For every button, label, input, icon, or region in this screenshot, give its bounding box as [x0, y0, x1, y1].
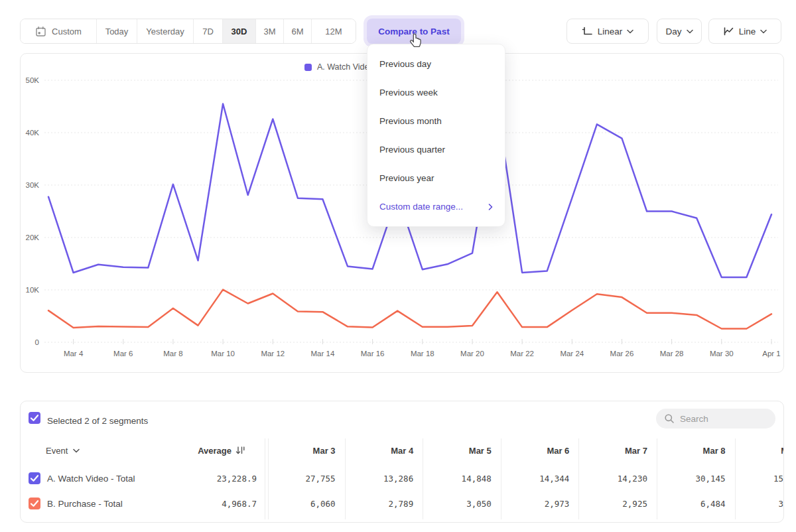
x-axis-label: Mar 26 [610, 350, 634, 358]
table-row: B. Purchase - Total4,968.76,0602,7893,05… [21, 491, 784, 516]
event-column-header[interactable]: Event [21, 446, 188, 456]
search-box [656, 409, 775, 429]
date-column-header: Mar 3 [267, 446, 345, 456]
compare-to-past-menu: Previous dayPrevious weekPrevious monthP… [367, 44, 505, 227]
average-header-label: Average [198, 446, 232, 456]
menu-item-label: Custom date range... [379, 202, 463, 212]
segment-checkbox[interactable] [29, 498, 40, 509]
date-value: 13,286 [345, 474, 423, 484]
date-value: 14,344 [501, 474, 579, 484]
chevron-down-icon [687, 29, 693, 34]
date-column-header: Mar 4 [345, 446, 423, 456]
sort-descending-icon [235, 446, 245, 455]
range-label: Yesterday [146, 27, 184, 36]
range-today-button[interactable]: Today [97, 19, 137, 43]
date-value: 14,230 [578, 474, 657, 484]
chevron-down-icon [627, 29, 633, 34]
menu-item-custom-date-range[interactable]: Custom date range... [367, 192, 505, 221]
range-6m-button[interactable]: 6M [284, 19, 312, 43]
x-axis-label: Mar 14 [311, 350, 335, 358]
y-axis-label: 40K [26, 129, 40, 137]
analytics-dashboard: CustomTodayYesterday7D30D3M6M12M Compare… [0, 0, 796, 532]
check-icon [29, 498, 40, 509]
column-separator [501, 438, 501, 519]
menu-item-previous-quarter[interactable]: Previous quarter [367, 135, 505, 164]
date-value: 27,755 [267, 474, 345, 484]
x-axis-label: Mar 16 [361, 350, 385, 358]
date-range-group: CustomTodayYesterday7D30D3M6M12M [20, 19, 356, 44]
range-7d-button[interactable]: 7D [194, 19, 223, 43]
date-value: 14,848 [423, 474, 501, 484]
linear-axis-icon [582, 26, 593, 36]
legend-swatch [304, 64, 312, 71]
view-label: Line [739, 27, 756, 36]
segment-checkbox[interactable] [29, 472, 40, 484]
x-axis-label: Mar 12 [261, 350, 285, 358]
column-separator [265, 438, 265, 519]
range-3m-button[interactable]: 3M [256, 19, 284, 43]
select-all-checkbox[interactable] [29, 412, 40, 424]
range-label: Today [105, 27, 129, 36]
chevron-down-icon [73, 448, 80, 453]
menu-item-label: Previous week [379, 88, 438, 98]
table-row: A. Watch Video - Total23,228.927,75513,2… [21, 466, 784, 491]
menu-item-previous-day[interactable]: Previous day [367, 50, 505, 78]
date-column-header: Mar 9 [735, 446, 784, 456]
column-separator [657, 438, 657, 519]
menu-item-previous-year[interactable]: Previous year [367, 164, 505, 192]
search-input[interactable] [680, 414, 760, 424]
table-header-row: EventAverageMar 3Mar 4Mar 5Mar 6Mar 7Mar… [21, 438, 784, 462]
column-separator [268, 438, 269, 519]
x-axis-label: Mar 4 [64, 350, 84, 358]
calendar-icon [35, 26, 46, 37]
range-yesterday-button[interactable]: Yesterday [137, 19, 194, 43]
series-line-1 [48, 290, 771, 329]
linear-dropdown-button[interactable]: Linear [566, 19, 649, 44]
date-value: 15,612 [735, 474, 784, 484]
date-column-header: Mar 8 [657, 446, 735, 456]
view-label: Linear [598, 27, 623, 36]
date-value: 2,789 [345, 499, 423, 509]
date-value: 6,060 [267, 499, 345, 509]
line-dropdown-button[interactable]: Line [708, 19, 781, 44]
range-30d-button[interactable]: 30D [223, 19, 256, 43]
x-axis-label: Mar 30 [710, 350, 734, 358]
menu-item-previous-week[interactable]: Previous week [367, 78, 505, 107]
range-label: 3M [263, 27, 275, 36]
range-label: 30D [232, 27, 247, 36]
x-axis-label: Apr 1 [762, 350, 781, 358]
line-chart-icon [723, 26, 734, 36]
y-axis-label: 10K [26, 286, 40, 294]
check-icon [29, 412, 40, 424]
column-separator [423, 438, 423, 519]
range-label: 6M [291, 27, 303, 36]
search-icon [664, 413, 675, 424]
chevron-right-icon [488, 204, 493, 210]
x-axis-label: Mar 28 [660, 350, 684, 358]
menu-item-previous-month[interactable]: Previous month [367, 107, 505, 135]
x-axis-label: Mar 22 [510, 350, 534, 358]
range-12m-button[interactable]: 12M [312, 19, 356, 43]
date-value: 30,145 [657, 474, 735, 484]
y-axis-label: 50K [26, 76, 40, 84]
y-axis-label: 30K [26, 181, 40, 189]
average-value: 4,968.7 [188, 499, 267, 509]
chevron-down-icon [760, 29, 767, 34]
segments-table-card: Selected 2 of 2 segments EventAverageMar… [20, 401, 784, 523]
column-separator [345, 438, 346, 519]
x-axis-label: Mar 10 [211, 350, 235, 358]
average-column-header[interactable]: Average [188, 446, 267, 456]
menu-item-label: Previous day [379, 59, 431, 69]
average-value: 23,228.9 [188, 474, 267, 484]
range-custom-button[interactable]: Custom [21, 19, 97, 43]
y-axis-label: 0 [35, 338, 39, 346]
x-axis-label: Mar 8 [163, 350, 182, 358]
day-dropdown-button[interactable]: Day [657, 19, 702, 44]
event-cell: B. Purchase - Total [21, 498, 188, 509]
event-cell: A. Watch Video - Total [21, 472, 188, 484]
segment-label: B. Purchase - Total [47, 499, 123, 509]
date-value: 6,484 [657, 499, 735, 509]
x-axis-label: Mar 6 [113, 350, 133, 358]
event-header-label: Event [46, 446, 68, 456]
mouse-cursor-icon [407, 33, 424, 50]
